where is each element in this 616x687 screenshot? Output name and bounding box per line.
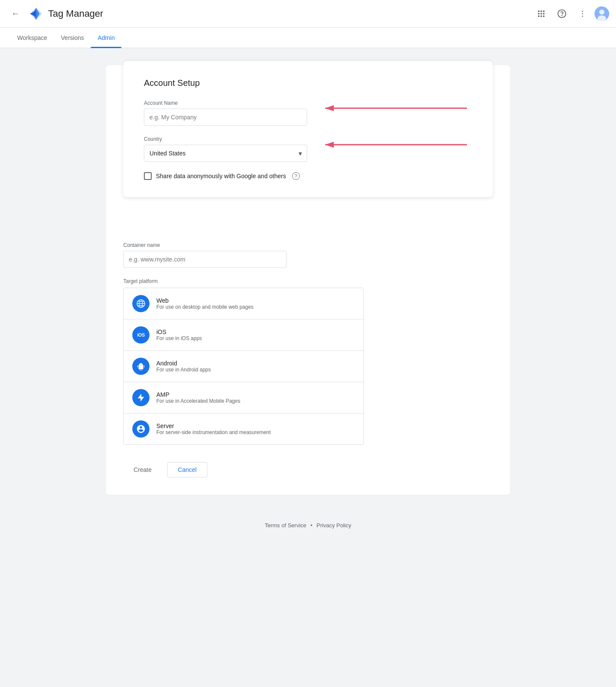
tab-workspace[interactable]: Workspace [10,27,54,48]
container-name-label: Container name [123,242,493,248]
create-button[interactable]: Create [123,462,162,477]
privacy-link[interactable]: Privacy Policy [317,522,351,529]
svg-rect-6 [538,13,540,14]
svg-rect-10 [540,15,542,17]
subnav: Workspace Versions Admin [0,27,616,48]
page-content: Add a New Account Account Setup Account … [0,48,616,512]
tab-admin[interactable]: Admin [91,27,122,48]
svg-rect-4 [540,10,542,12]
svg-rect-5 [543,10,544,12]
android-platform-icon [132,358,149,375]
account-name-group: Account Name [144,100,472,126]
country-group: Country United States United Kingdom Can… [144,136,472,162]
platform-desc-amp: For use in Accelerated Mobile Pages [156,398,240,404]
share-data-label: Share data anonymously with Google and o… [156,173,286,179]
web-platform-icon [132,295,149,312]
platform-item-web[interactable]: Web For use on desktop and mobile web pa… [124,288,363,319]
country-select[interactable]: United States United Kingdom Canada Aust… [144,145,307,162]
app-title: Tag Manager [48,8,103,19]
share-data-row: Share data anonymously with Google and o… [144,172,472,180]
logo-icon [29,7,43,21]
share-data-help-icon[interactable]: ? [292,172,300,180]
svg-point-31 [140,364,140,365]
platform-title-ios: iOS [156,328,202,335]
svg-point-18 [599,9,604,15]
platform-list: Web For use on desktop and mobile web pa… [123,288,364,445]
country-select-wrapper: United States United Kingdom Canada Aust… [144,145,307,162]
page-footer: Terms of Service • Privacy Policy [0,512,616,539]
svg-point-16 [582,15,583,17]
more-options-icon[interactable] [574,5,591,22]
svg-rect-7 [540,13,542,14]
topnav: ← Tag Manager [0,0,616,27]
platform-desc-android: For use in Android apps [156,367,211,373]
platform-title-android: Android [156,360,211,367]
apps-icon[interactable] [533,5,550,22]
platform-item-android[interactable]: Android For use in Android apps [124,351,363,382]
share-data-checkbox[interactable] [144,172,152,180]
tab-versions[interactable]: Versions [54,27,91,48]
svg-point-14 [582,10,583,12]
amp-platform-icon [132,389,149,406]
platform-item-amp[interactable]: AMP For use in Accelerated Mobile Pages [124,382,363,413]
cancel-button[interactable]: Cancel [167,462,207,477]
svg-rect-9 [538,15,540,17]
account-name-label: Account Name [144,100,472,106]
platform-title-web: Web [156,297,253,304]
platform-title-amp: AMP [156,391,240,398]
server-platform-icon [132,420,149,438]
svg-point-13 [562,15,562,16]
account-name-input[interactable] [144,109,307,126]
platform-text-amp: AMP For use in Accelerated Mobile Pages [156,391,240,404]
account-setup-title: Account Setup [144,78,472,88]
svg-rect-8 [543,13,544,14]
ios-platform-icon: iOS [132,326,149,344]
platform-text-server: Server For server-side instrumentation a… [156,423,271,435]
footer-separator: • [311,522,313,529]
account-setup-card: Account Setup Account Name Country Unite… [123,61,493,197]
svg-rect-29 [140,370,140,371]
platform-item-ios[interactable]: iOS iOS For use in iOS apps [124,319,363,351]
svg-marker-35 [138,394,144,401]
main-card: Add a New Account Account Setup Account … [106,65,510,495]
topnav-right [533,5,609,22]
svg-rect-33 [137,365,138,368]
svg-rect-11 [543,15,544,17]
target-platform-label: Target platform [123,278,493,284]
svg-rect-3 [538,10,540,12]
container-name-input[interactable] [123,251,287,268]
platform-title-server: Server [156,423,271,429]
platform-desc-ios: For use in iOS apps [156,335,202,341]
avatar[interactable] [595,6,609,21]
back-button[interactable]: ← [7,5,24,22]
platform-text-web: Web For use on desktop and mobile web pa… [156,297,253,310]
platform-desc-web: For use on desktop and mobile web pages [156,304,253,310]
bottom-actions: Create Cancel [123,462,493,477]
svg-rect-30 [141,370,142,371]
platform-item-server[interactable]: Server For server-side instrumentation a… [124,413,363,444]
platform-text-ios: iOS For use in iOS apps [156,328,202,341]
topnav-left: ← Tag Manager [7,5,533,22]
svg-rect-34 [144,365,144,368]
help-icon[interactable] [553,5,570,22]
platform-desc-server: For server-side instrumentation and meas… [156,429,271,435]
country-label: Country [144,136,472,142]
svg-point-15 [582,13,583,14]
svg-point-32 [142,364,142,365]
terms-link[interactable]: Terms of Service [265,522,306,529]
platform-text-android: Android For use in Android apps [156,360,211,373]
